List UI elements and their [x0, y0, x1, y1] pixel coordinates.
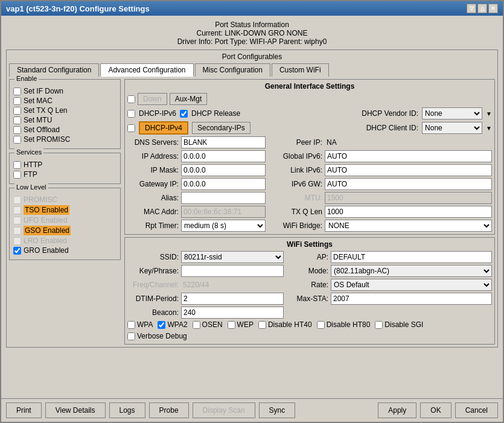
set-promisc-checkbox[interactable] — [13, 136, 21, 144]
dhcp-ipv6-label: DHCP-IPv6 — [139, 109, 176, 118]
maximize-button[interactable]: △ — [477, 4, 487, 13]
promisc-ll-checkbox[interactable] — [13, 196, 21, 204]
ufo-enabled-row: UFO Enabled — [13, 216, 116, 224]
http-row: HTTP — [13, 161, 116, 169]
dtim-input[interactable] — [181, 293, 284, 305]
set-mtu-label: Set MTU — [24, 116, 52, 124]
link-ipv6-input[interactable] — [325, 164, 492, 176]
wep-checkbox[interactable] — [228, 321, 235, 329]
apply-button[interactable]: Apply — [378, 402, 416, 418]
set-mac-checkbox[interactable] — [13, 97, 21, 105]
cancel-button[interactable]: Cancel — [455, 402, 498, 418]
tab-custom-wifi[interactable]: Custom WiFi — [272, 63, 329, 77]
set-promisc-label: Set PROMISC — [24, 135, 70, 144]
ok-button[interactable]: OK — [420, 402, 451, 418]
ssid-select[interactable]: 80211r-ssid — [181, 251, 284, 263]
dhcp-vendor-label: DHCP Vendor ID: — [362, 109, 418, 118]
key-input[interactable] — [181, 265, 284, 277]
port-status-section: Port Status Information Current: LINK-DO… — [6, 19, 498, 47]
max-sta-input[interactable] — [331, 293, 492, 305]
main-window: vap1 (ct523-3n-f20) Configure Settings ▽… — [0, 0, 504, 423]
aux-mgt-button[interactable]: Aux-Mgt — [170, 93, 208, 105]
logs-button[interactable]: Logs — [109, 402, 145, 418]
beacon-input[interactable] — [181, 307, 284, 319]
lro-enabled-label: LRO Enabled — [24, 237, 67, 245]
lro-enabled-checkbox[interactable] — [13, 237, 21, 245]
ufo-enabled-checkbox[interactable] — [13, 217, 21, 224]
ip-mask-input[interactable] — [181, 164, 266, 176]
wifi-bridge-label: WiFi Bridge: — [268, 221, 322, 230]
ip-address-input[interactable] — [181, 150, 266, 162]
gro-enabled-checkbox[interactable] — [13, 247, 21, 255]
window-title: vap1 (ct523-3n-f20) Configure Settings — [6, 4, 150, 13]
tab-misc[interactable]: Misc Configuration — [195, 63, 270, 77]
dhcp-ipv6-checkbox[interactable] — [127, 110, 135, 118]
disable-sgi-label: Disable SGI — [384, 320, 423, 329]
minimize-button[interactable]: ▽ — [467, 4, 476, 13]
mtu-label: MTU: — [268, 194, 322, 202]
mode-select[interactable]: (802.11abgn-AC) — [331, 265, 492, 277]
disable-sgi-checkbox[interactable] — [375, 321, 383, 329]
osen-checkbox[interactable] — [193, 321, 200, 329]
set-if-down-checkbox[interactable] — [13, 87, 21, 95]
down-button[interactable]: Down — [138, 93, 167, 105]
http-checkbox[interactable] — [13, 161, 21, 169]
wifi-settings-title: WiFi Settings — [127, 240, 492, 249]
view-details-button[interactable]: View Details — [45, 402, 106, 418]
port-configurables: Port Configurables Standard Configuratio… — [6, 49, 498, 348]
wpa2-checkbox[interactable] — [158, 321, 165, 329]
dhcp-client-select[interactable]: None — [422, 122, 482, 134]
gso-enabled-checkbox[interactable] — [13, 227, 21, 235]
gso-enabled-row: GSO Enabled — [13, 226, 116, 235]
tx-q-input[interactable] — [325, 206, 492, 218]
sync-button[interactable]: Sync — [259, 402, 296, 418]
dhcp-release-checkbox[interactable] — [180, 110, 188, 118]
mode-label: Mode: — [286, 267, 328, 275]
set-tx-q-len-checkbox[interactable] — [13, 107, 21, 115]
tx-q-label: TX Q Len — [268, 208, 322, 216]
rpt-timer-select[interactable]: medium (8 s) fast (2s) slow (30s) — [181, 220, 266, 232]
down-checkbox[interactable] — [127, 95, 135, 103]
interface-top-buttons: Down Aux-Mgt — [127, 93, 492, 105]
alias-label: Alias: — [127, 194, 179, 202]
lro-enabled-row: LRO Enabled — [13, 237, 116, 245]
tab-advanced[interactable]: Advanced Configuration — [100, 63, 193, 77]
ap-input[interactable] — [331, 251, 492, 263]
set-if-down-label: Set IF Down — [24, 87, 63, 95]
rate-select[interactable]: OS Default — [331, 279, 492, 291]
disable-ht40-checkbox[interactable] — [258, 321, 266, 329]
tso-enabled-label: TSO Enabled — [24, 205, 69, 215]
ftp-checkbox[interactable] — [13, 171, 21, 179]
set-offload-checkbox[interactable] — [13, 126, 21, 134]
dhcp-ipv4-checkbox[interactable] — [127, 124, 135, 132]
set-promisc-row: Set PROMISC — [13, 135, 116, 144]
ipv6-gw-label: IPv6 GW: — [268, 180, 322, 188]
tso-enabled-checkbox[interactable] — [13, 206, 21, 214]
probe-button[interactable]: Probe — [149, 402, 189, 418]
dhcp-ipv4-button[interactable]: DHCP-IPv4 — [139, 121, 188, 135]
osen-label: OSEN — [202, 320, 223, 329]
set-mtu-row: Set MTU — [13, 116, 116, 124]
wpa-checkbox[interactable] — [127, 321, 135, 329]
general-interface-box: General Interface Settings Down Aux-Mgt … — [124, 79, 495, 235]
secondary-ips-button[interactable]: Secondary-IPs — [192, 122, 250, 134]
dhcp-vendor-select[interactable]: None — [422, 107, 482, 119]
disable-ht80-checkbox[interactable] — [317, 321, 325, 329]
global-ipv6-input[interactable] — [325, 150, 492, 162]
titlebar-buttons: ▽ △ ✕ — [467, 4, 498, 13]
enable-group-title: Enable — [14, 75, 39, 82]
display-scan-button[interactable]: Display Scan — [193, 402, 255, 418]
verbose-debug-checkbox[interactable] — [127, 332, 135, 340]
wep-row: WEP — [228, 320, 254, 329]
close-button[interactable]: ✕ — [488, 4, 498, 13]
print-button[interactable]: Print — [6, 402, 42, 418]
dtim-label: DTIM-Period: — [127, 294, 179, 303]
set-mtu-checkbox[interactable] — [13, 116, 21, 124]
alias-input[interactable] — [181, 192, 266, 204]
mtu-input[interactable] — [325, 192, 492, 204]
ipv6-gw-input[interactable] — [325, 178, 492, 190]
dns-input[interactable] — [181, 136, 266, 148]
wifi-bridge-select[interactable]: NONE br0 — [325, 220, 492, 232]
mac-input[interactable] — [181, 206, 266, 218]
gateway-input[interactable] — [181, 178, 266, 190]
